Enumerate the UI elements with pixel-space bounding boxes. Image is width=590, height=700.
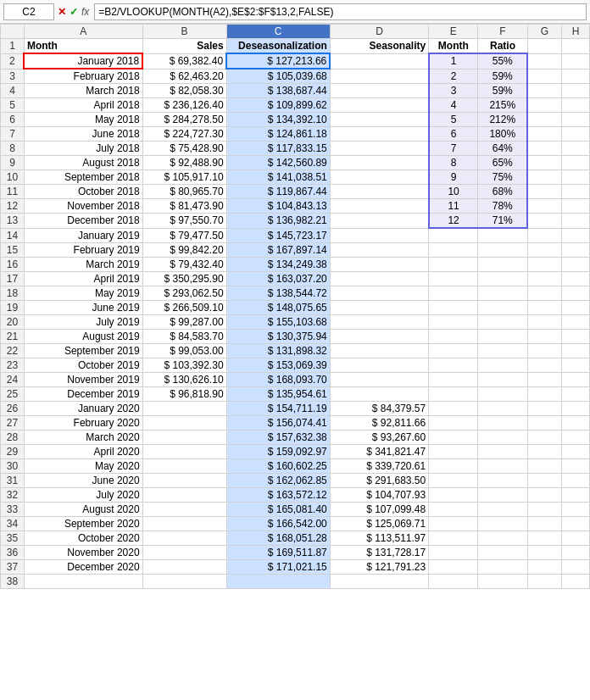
cell-G[interactable] <box>527 487 562 502</box>
cell-F[interactable]: 215% <box>478 98 527 113</box>
cell-E[interactable] <box>429 545 478 559</box>
cell-H[interactable] <box>562 574 590 588</box>
cell-F[interactable] <box>478 257 527 271</box>
cell-G[interactable] <box>527 516 562 531</box>
cell-F[interactable]: 71% <box>478 214 527 229</box>
cell-D[interactable] <box>330 286 428 300</box>
cell-H[interactable] <box>562 502 590 516</box>
cell-H[interactable] <box>562 170 590 185</box>
cell-H[interactable] <box>562 98 590 113</box>
col-header-C[interactable]: C <box>226 25 330 39</box>
cell-C[interactable]: $ 157,632.38 <box>226 430 330 444</box>
cell-H[interactable] <box>562 84 590 98</box>
cell-B[interactable]: $ 82,058.30 <box>142 84 226 98</box>
cell-F[interactable]: 59% <box>478 84 527 98</box>
cell-G[interactable] <box>527 271 562 286</box>
confirm-icon[interactable]: ✓ <box>70 6 78 18</box>
cell-G[interactable] <box>527 98 562 113</box>
cell-A[interactable]: October 2018 <box>24 185 142 199</box>
cell-F[interactable]: 78% <box>478 199 527 214</box>
cell-B[interactable] <box>142 559 226 574</box>
cell-H[interactable] <box>562 329 590 343</box>
cell-A[interactable]: September 2020 <box>24 516 142 531</box>
cell-A[interactable]: December 2019 <box>24 386 142 401</box>
cell-G[interactable] <box>527 386 562 401</box>
cell-D[interactable] <box>330 170 428 185</box>
cell-C[interactable]: $ 163,037.20 <box>226 271 330 286</box>
cell-G[interactable] <box>527 401 562 415</box>
cell-F[interactable] <box>478 458 527 473</box>
cell-A[interactable]: April 2019 <box>24 271 142 286</box>
cell-C[interactable]: $ 154,711.19 <box>226 401 330 415</box>
cell-A[interactable]: December 2020 <box>24 559 142 574</box>
cell-E[interactable] <box>429 300 478 314</box>
cell-A[interactable]: January 2020 <box>24 401 142 415</box>
cell-H[interactable] <box>562 401 590 415</box>
cell-G[interactable] <box>527 300 562 314</box>
cell-F[interactable]: 65% <box>478 156 527 170</box>
cell-D[interactable] <box>330 214 428 229</box>
cell-F[interactable]: 55% <box>478 53 527 69</box>
cell-H[interactable] <box>562 257 590 271</box>
cell-D[interactable]: $ 107,099.48 <box>330 502 428 516</box>
cell-A[interactable] <box>24 574 142 588</box>
cell-H[interactable] <box>562 53 590 69</box>
cell-C[interactable]: $ 117,833.15 <box>226 142 330 156</box>
cell-H[interactable] <box>562 286 590 300</box>
col-header-B[interactable]: B <box>142 25 226 39</box>
cell-E[interactable] <box>429 401 478 415</box>
cell-H[interactable] <box>562 386 590 401</box>
cell-G[interactable] <box>527 127 562 142</box>
cell-E[interactable] <box>429 444 478 458</box>
cell-B[interactable]: $ 103,392.30 <box>142 358 226 372</box>
cell-B[interactable]: $ 96,818.90 <box>142 386 226 401</box>
cell-G[interactable] <box>527 545 562 559</box>
cell-D[interactable]: $ 84,379.57 <box>330 401 428 415</box>
cell-D[interactable] <box>330 228 428 242</box>
cell-F[interactable] <box>478 401 527 415</box>
cell-B[interactable]: $ 236,126.40 <box>142 98 226 113</box>
cell-H[interactable] <box>562 69 590 84</box>
cell-G[interactable] <box>527 444 562 458</box>
cell-A[interactable]: August 2019 <box>24 329 142 343</box>
cell-E[interactable]: 3 <box>429 84 478 98</box>
cell-H[interactable] <box>562 358 590 372</box>
cell-C[interactable]: $ 135,954.61 <box>226 386 330 401</box>
cell-D[interactable] <box>330 156 428 170</box>
cell-E[interactable]: 6 <box>429 127 478 142</box>
cell-A[interactable]: January 2018 <box>24 53 142 69</box>
cell-A[interactable]: June 2019 <box>24 300 142 314</box>
cell-B[interactable]: $ 284,278.50 <box>142 113 226 127</box>
cell-A[interactable]: December 2018 <box>24 214 142 229</box>
cell-A[interactable]: November 2018 <box>24 199 142 214</box>
cell-E[interactable]: 8 <box>429 156 478 170</box>
cell-G[interactable] <box>527 199 562 214</box>
cell-F[interactable]: 68% <box>478 185 527 199</box>
cell-C[interactable] <box>226 574 330 588</box>
cell-G[interactable] <box>527 214 562 229</box>
cell-H[interactable] <box>562 343 590 358</box>
cell-B[interactable] <box>142 545 226 559</box>
cell-C[interactable]: $ 127,213.66 <box>226 53 330 69</box>
cell-G[interactable] <box>527 257 562 271</box>
cell-A[interactable]: August 2018 <box>24 156 142 170</box>
cell-G[interactable] <box>527 314 562 329</box>
cell-E[interactable] <box>429 271 478 286</box>
cell-F[interactable] <box>478 228 527 242</box>
cell-G[interactable] <box>527 343 562 358</box>
cell-D[interactable] <box>330 142 428 156</box>
cell-F[interactable] <box>478 242 527 257</box>
cell-B[interactable]: $ 62,463.20 <box>142 69 226 84</box>
cell-C[interactable]: $ 169,511.87 <box>226 545 330 559</box>
cell-E[interactable] <box>429 372 478 386</box>
cell-D[interactable]: $ 339,720.61 <box>330 458 428 473</box>
cell-C[interactable]: $ 141,038.51 <box>226 170 330 185</box>
cell-F[interactable] <box>478 415 527 430</box>
cell-A[interactable]: May 2020 <box>24 458 142 473</box>
cell-F[interactable]: 180% <box>478 127 527 142</box>
cell-D[interactable] <box>330 84 428 98</box>
cell-reference-box[interactable] <box>3 3 54 20</box>
cell-E[interactable] <box>429 574 478 588</box>
cell-G[interactable] <box>527 228 562 242</box>
cell-B[interactable]: $ 293,062.50 <box>142 286 226 300</box>
